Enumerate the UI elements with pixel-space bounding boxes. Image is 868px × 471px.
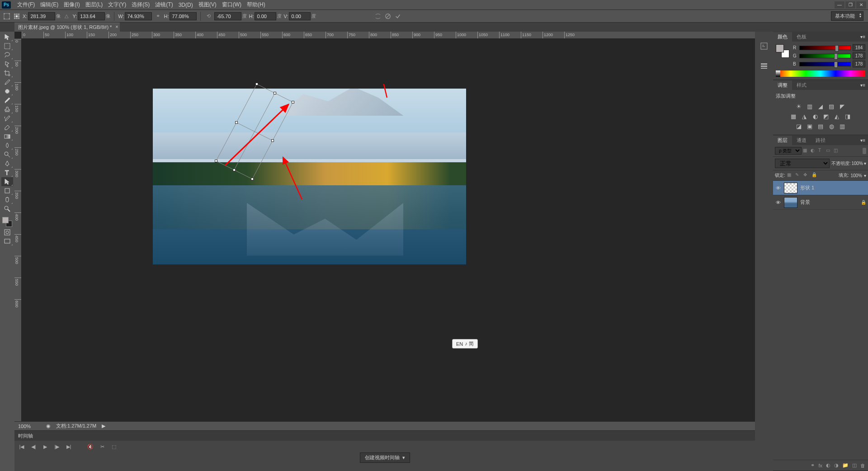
status-menu-icon[interactable]: ▶	[102, 423, 105, 429]
panel-menu-icon[interactable]: ▾≡	[858, 83, 868, 88]
adjustment-icon[interactable]: ☀	[794, 102, 803, 110]
adjustment-icon[interactable]: ▣	[805, 122, 814, 130]
mask-icon[interactable]: ◐	[826, 462, 830, 468]
nav-icon[interactable]: ◉	[46, 423, 51, 429]
g-slider[interactable]	[799, 54, 851, 58]
next-frame-icon[interactable]: |▶	[53, 443, 61, 450]
h-input[interactable]	[170, 12, 197, 20]
hand-tool[interactable]	[1, 195, 13, 204]
menu-help[interactable]: 帮助(H)	[244, 0, 268, 9]
adjustment-icon[interactable]: ◪	[794, 122, 803, 130]
quick-select-tool[interactable]	[1, 60, 13, 69]
workspace-switcher[interactable]: 基本功能 ▴▾	[831, 11, 863, 21]
transform-handle[interactable]	[292, 101, 294, 104]
opacity-value[interactable]: 100%	[851, 161, 863, 166]
transform-icon[interactable]	[3, 12, 11, 20]
ruler-horizontal[interactable]: 0501001502002503003504004505005506006507…	[22, 32, 755, 39]
transform-handle[interactable]	[255, 83, 258, 85]
tab-paths[interactable]: 路径	[811, 136, 830, 145]
marquee-tool[interactable]	[1, 42, 13, 51]
adjustment-icon[interactable]: ◩	[821, 112, 830, 120]
fill-value[interactable]: 100%	[850, 173, 862, 178]
vskew-input[interactable]	[289, 12, 311, 20]
history-panel-icon[interactable]	[759, 41, 769, 52]
r-slider[interactable]	[799, 46, 851, 50]
color-swatches[interactable]	[1, 216, 13, 228]
ruler-vertical[interactable]: 050100150200250300350400450500550600	[14, 39, 22, 421]
link-layers-icon[interactable]: ⚭	[811, 462, 815, 468]
menu-window[interactable]: 窗口(W)	[219, 0, 244, 9]
adjustment-layer-icon[interactable]: ◑	[834, 462, 839, 468]
menu-edit[interactable]: 编辑(E)	[38, 0, 61, 9]
tab-channels[interactable]: 通道	[792, 136, 811, 145]
tab-color[interactable]: 颜色	[773, 32, 792, 42]
delta-icon[interactable]: △	[62, 12, 71, 20]
b-value[interactable]: 178	[853, 61, 865, 67]
healing-tool[interactable]	[1, 87, 13, 96]
transition-icon[interactable]: ⬚	[110, 443, 118, 450]
adjustment-icon[interactable]: ◤	[838, 102, 847, 110]
color-swatch-pair[interactable]	[776, 44, 789, 58]
lasso-tool[interactable]	[1, 51, 13, 60]
eyedropper-tool[interactable]	[1, 78, 13, 87]
adjustment-icon[interactable]: ◐	[811, 112, 820, 120]
filter-adjust-icon[interactable]: ◐	[811, 148, 817, 154]
menu-3d[interactable]: 3D(D)	[176, 1, 196, 9]
foreground-color-swatch[interactable]	[2, 217, 9, 223]
panel-menu-icon[interactable]: ▾≡	[858, 34, 868, 39]
hskew-input[interactable]	[255, 12, 276, 20]
tab-swatches[interactable]: 色板	[792, 32, 811, 42]
first-frame-icon[interactable]: |◀	[18, 443, 25, 450]
menu-type[interactable]: 文字(Y)	[105, 0, 129, 9]
ime-indicator[interactable]: EN ♪ 简	[452, 339, 478, 349]
create-timeline-button[interactable]: 创建视频时间轴 ▾	[360, 452, 410, 463]
cancel-transform-icon[interactable]	[384, 12, 392, 20]
zoom-tool[interactable]	[1, 204, 13, 213]
transform-handle[interactable]	[271, 139, 274, 142]
group-icon[interactable]: 📁	[842, 462, 849, 468]
lock-paint-icon[interactable]: ✎	[795, 172, 802, 179]
menu-image[interactable]: 图像(I)	[61, 0, 82, 9]
rotation-input[interactable]	[214, 12, 241, 20]
adjustment-icon[interactable]: ▨	[827, 102, 836, 110]
type-tool[interactable]: T	[1, 168, 13, 177]
blur-tool[interactable]	[1, 141, 13, 150]
history-brush-tool[interactable]	[1, 114, 13, 123]
b-slider[interactable]	[799, 62, 851, 66]
scissors-icon[interactable]: ✂	[99, 443, 106, 450]
menu-layer[interactable]: 图层(L)	[83, 0, 106, 9]
close-button[interactable]: ✕	[856, 1, 866, 9]
spectrum-bar[interactable]	[776, 71, 865, 77]
lock-move-icon[interactable]: ✥	[803, 172, 810, 179]
filter-shape-icon[interactable]: ▭	[826, 148, 832, 154]
menu-filter[interactable]: 滤镜(T)	[152, 0, 175, 9]
fg-swatch[interactable]	[776, 44, 784, 52]
g-value[interactable]: 178	[853, 52, 865, 59]
tab-adjustments[interactable]: 调整	[773, 80, 792, 90]
panel-menu-icon[interactable]: ▾≡	[858, 138, 868, 143]
viewport[interactable]	[22, 39, 755, 421]
adjustment-icon[interactable]: ▥	[838, 122, 847, 130]
fx-icon[interactable]: fx	[818, 463, 822, 468]
adjustment-icon[interactable]: ◮	[800, 112, 809, 120]
adjustment-icon[interactable]: ◢	[816, 102, 825, 110]
filter-toggle[interactable]	[863, 148, 866, 154]
layer-thumb[interactable]	[784, 197, 797, 208]
layer-name[interactable]: 形状 1	[800, 184, 814, 191]
warp-icon[interactable]	[374, 12, 382, 20]
y-input[interactable]	[78, 12, 105, 20]
filter-pixel-icon[interactable]: ▦	[803, 148, 809, 154]
link-icon[interactable]: ⚭	[154, 12, 162, 20]
adjustment-icon[interactable]: ▤	[816, 122, 825, 130]
adjustment-icon[interactable]: ◨	[843, 112, 852, 120]
crop-tool[interactable]	[1, 69, 13, 78]
chevron-down-icon[interactable]: ▾	[864, 161, 866, 166]
transform-handle[interactable]	[233, 169, 236, 171]
tab-layers[interactable]: 图层	[773, 136, 792, 145]
path-select-tool[interactable]	[1, 177, 13, 186]
layer-row[interactable]: 👁 形状 1	[773, 181, 868, 195]
reference-point-icon[interactable]	[13, 12, 21, 20]
menu-select[interactable]: 选择(S)	[129, 0, 152, 9]
layer-name[interactable]: 背景	[800, 199, 810, 206]
stamp-tool[interactable]	[1, 105, 13, 114]
